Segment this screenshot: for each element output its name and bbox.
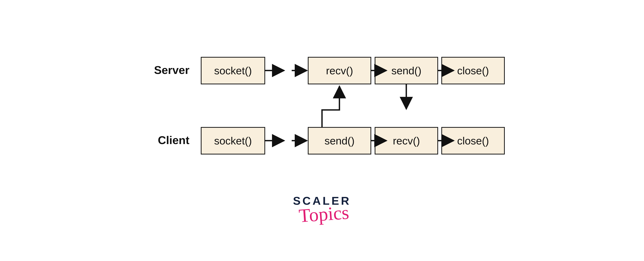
scaler-topics-logo: SCALER Topics: [288, 195, 356, 220]
client-close-node: close(): [441, 127, 505, 154]
logo-line2: Topics: [290, 206, 358, 222]
client-recv-node: recv(): [375, 127, 438, 154]
client-send-node: send(): [308, 127, 371, 154]
server-recv-node: recv(): [308, 57, 371, 84]
server-close-node: close(): [441, 57, 505, 84]
client-row-label: Client: [136, 134, 190, 147]
server-socket-node: socket(): [201, 57, 265, 84]
client-socket-node: socket(): [201, 127, 265, 154]
server-row-label: Server: [136, 64, 190, 77]
arrow-client-send-to-server-recv: [322, 86, 340, 127]
diagram-canvas: Server Client socket() recv() send() clo…: [0, 0, 644, 261]
server-send-node: send(): [375, 57, 438, 84]
